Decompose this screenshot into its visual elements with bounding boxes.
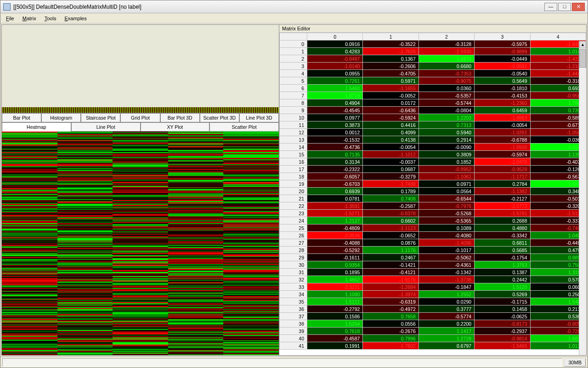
cell[interactable]: -1.2684 — [363, 283, 418, 291]
cell[interactable]: 0.7996 — [363, 335, 418, 342]
cell[interactable]: -2.5773 — [475, 202, 530, 210]
cell[interactable]: -0.5897 — [530, 114, 586, 121]
cell[interactable]: -1.1717 — [475, 173, 530, 180]
cell[interactable]: -0.5974 — [475, 151, 530, 158]
tab-line-plot-3d[interactable]: Line Plot 3D — [239, 113, 279, 122]
cell[interactable]: 1.7908 — [530, 99, 586, 107]
cell[interactable]: 0.2506 — [530, 291, 586, 298]
row-header[interactable]: 23 — [280, 210, 307, 217]
cell[interactable]: 0.5365 — [530, 313, 586, 320]
cell[interactable]: -0.6057 — [307, 173, 363, 180]
vertical-scrollbar[interactable]: ▲ — [579, 41, 586, 355]
maximize-button[interactable]: □ — [558, 3, 571, 11]
cell[interactable]: 0.4880 — [475, 224, 530, 232]
col-header[interactable]: 2 — [418, 33, 474, 40]
cell[interactable]: 0.4904 — [307, 99, 363, 107]
cell[interactable]: -0.4736 — [307, 144, 363, 151]
cell[interactable]: -0.5365 — [418, 217, 474, 224]
cell[interactable]: 0.7313 — [418, 121, 474, 129]
cell[interactable]: 0.3809 — [418, 151, 474, 158]
tab-heatmap[interactable]: Heatmap — [2, 122, 71, 132]
cell[interactable]: 0.7135 — [307, 151, 363, 158]
cell[interactable]: 0.1895 — [307, 269, 363, 276]
cell[interactable]: 1.5111 — [307, 298, 363, 305]
cell[interactable]: -1.1012 — [363, 151, 418, 158]
cell[interactable]: -0.9899 — [475, 48, 530, 55]
cell[interactable]: -1.5271 — [307, 210, 363, 217]
cell[interactable]: -0.5924 — [363, 114, 418, 121]
cell[interactable]: -1.4440 — [530, 70, 586, 77]
cell[interactable]: 0.1458 — [475, 305, 530, 313]
tab-bar-plot-3d[interactable]: Bar Plot 3D — [160, 113, 200, 122]
cell[interactable]: -1.3591 — [307, 202, 363, 210]
row-header[interactable]: 7 — [280, 92, 307, 99]
row-header[interactable]: 10 — [280, 114, 307, 121]
row-header[interactable]: 11 — [280, 121, 307, 129]
row-header[interactable]: 12 — [280, 129, 307, 136]
cell[interactable]: 2.3163 — [530, 144, 586, 151]
cell[interactable]: -0.4088 — [307, 239, 363, 247]
cell[interactable]: -0.5268 — [418, 210, 474, 217]
cell[interactable]: 1.5120 — [475, 283, 530, 291]
cell[interactable]: 1.1417 — [418, 328, 474, 335]
cell[interactable]: 1.8974 — [418, 55, 474, 63]
cell[interactable]: 0.6680 — [418, 63, 474, 70]
cell[interactable]: -0.6788 — [475, 136, 530, 144]
cell[interactable]: 1.1080 — [307, 291, 363, 298]
cell[interactable]: 0.7658 — [363, 313, 418, 320]
menu-tools[interactable]: Tools — [41, 15, 60, 22]
cell[interactable]: 0.4099 — [363, 129, 418, 136]
cell[interactable]: -0.6703 — [307, 180, 363, 188]
cell[interactable]: 0.2113 — [530, 305, 586, 313]
cell[interactable]: -1.1061 — [418, 173, 474, 180]
cell[interactable]: 0.1852 — [418, 158, 474, 166]
tab-scatter-plot-3d[interactable]: Scatter Plot 3D — [200, 113, 239, 122]
cell[interactable]: -0.4121 — [363, 269, 418, 276]
cell[interactable]: 0.0602 — [530, 283, 586, 291]
cell[interactable]: -0.4705 — [363, 70, 418, 77]
cell[interactable]: -0.1810 — [475, 85, 530, 92]
cell[interactable]: -1.2360 — [475, 99, 530, 107]
cell[interactable]: -0.0052 — [363, 92, 418, 99]
cell[interactable]: -0.0090 — [418, 144, 474, 151]
cell[interactable]: 0.5971 — [363, 77, 418, 85]
cell[interactable]: -1.5122 — [530, 210, 586, 217]
cell[interactable]: -1.4096 — [418, 239, 474, 247]
cell[interactable]: 0.8891 — [530, 254, 586, 261]
cell[interactable]: 0.1367 — [363, 55, 418, 63]
cell[interactable]: -1.7602 — [363, 342, 418, 350]
row-header[interactable]: 34 — [280, 291, 307, 298]
cell[interactable]: -1.4374 — [530, 55, 586, 63]
cell[interactable]: 0.0916 — [307, 40, 363, 48]
cell[interactable]: -1.7626 — [363, 48, 418, 55]
cell[interactable]: -0.1611 — [307, 254, 363, 261]
cell[interactable]: 1.4862 — [307, 276, 363, 283]
row-header[interactable]: 8 — [280, 99, 307, 107]
cell[interactable]: -0.4361 — [418, 261, 474, 269]
cell[interactable]: -0.5062 — [418, 254, 474, 261]
row-header[interactable]: 9 — [280, 107, 307, 114]
cell[interactable]: 0.1991 — [307, 342, 363, 350]
cell[interactable]: 1.2728 — [418, 335, 474, 342]
cell[interactable]: 1.6837 — [530, 335, 586, 342]
cell[interactable]: 0.6797 — [418, 342, 474, 350]
cell[interactable]: 1.5460 — [307, 85, 363, 92]
col-header[interactable]: 1 — [363, 33, 418, 40]
cell[interactable]: -0.7976 — [418, 202, 474, 210]
cell[interactable]: -0.1269 — [530, 166, 586, 173]
cell[interactable]: 0.4416 — [363, 121, 418, 129]
tab-histogram[interactable]: Histogram — [41, 113, 81, 122]
cell[interactable]: -0.8378 — [363, 210, 418, 217]
cell[interactable]: 0.0556 — [363, 320, 418, 328]
row-header[interactable]: 5 — [280, 77, 307, 85]
cell[interactable]: -0.2937 — [475, 328, 530, 335]
cell[interactable]: 0.5940 — [418, 129, 474, 136]
menu-file[interactable]: File — [2, 15, 18, 22]
cell[interactable]: 1.0143 — [530, 48, 586, 55]
cell[interactable]: -1.9176 — [363, 276, 418, 283]
cell[interactable]: -0.1017 — [418, 247, 474, 254]
cell[interactable]: -1.1123 — [363, 224, 418, 232]
cell[interactable]: 0.3484 — [530, 188, 586, 195]
tab-grid-plot[interactable]: Grid Plot — [120, 113, 160, 122]
cell[interactable]: -1.6500 — [475, 144, 530, 151]
